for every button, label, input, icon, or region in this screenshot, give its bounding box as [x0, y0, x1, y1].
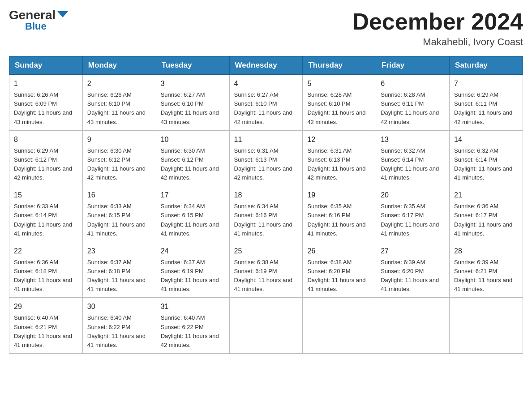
- day-number: 31: [161, 301, 225, 312]
- day-number: 20: [381, 190, 445, 201]
- calendar-day-cell: 18Sunrise: 6:34 AMSunset: 6:16 PMDayligh…: [229, 186, 303, 242]
- day-info: Sunrise: 6:38 AMSunset: 6:20 PMDaylight:…: [307, 259, 365, 292]
- day-info: Sunrise: 6:33 AMSunset: 6:15 PMDaylight:…: [87, 203, 146, 236]
- day-number: 7: [454, 78, 518, 89]
- day-info: Sunrise: 6:31 AMSunset: 6:13 PMDaylight:…: [307, 147, 365, 181]
- logo-general-text: General: [9, 9, 56, 21]
- calendar-day-cell: [376, 298, 450, 354]
- day-info: Sunrise: 6:35 AMSunset: 6:16 PMDaylight:…: [307, 203, 365, 236]
- calendar-day-cell: 15Sunrise: 6:33 AMSunset: 6:14 PMDayligh…: [9, 186, 83, 242]
- column-header-sunday: Sunday: [9, 56, 83, 75]
- column-header-friday: Friday: [376, 56, 450, 75]
- calendar-day-cell: 2Sunrise: 6:26 AMSunset: 6:10 PMDaylight…: [82, 75, 156, 131]
- calendar-day-cell: 25Sunrise: 6:38 AMSunset: 6:19 PMDayligh…: [229, 242, 303, 298]
- day-number: 1: [14, 78, 78, 89]
- day-number: 23: [87, 246, 151, 257]
- calendar-day-cell: [303, 298, 376, 354]
- logo-blue-text: Blue: [25, 21, 47, 32]
- day-info: Sunrise: 6:29 AMSunset: 6:12 PMDaylight:…: [14, 147, 72, 181]
- day-info: Sunrise: 6:40 AMSunset: 6:22 PMDaylight:…: [161, 314, 219, 348]
- day-number: 16: [87, 190, 151, 201]
- calendar-day-cell: 14Sunrise: 6:32 AMSunset: 6:14 PMDayligh…: [450, 130, 523, 186]
- calendar-day-cell: 27Sunrise: 6:39 AMSunset: 6:20 PMDayligh…: [376, 242, 450, 298]
- day-number: 30: [87, 301, 151, 312]
- column-header-saturday: Saturday: [450, 56, 523, 75]
- day-number: 3: [161, 78, 225, 89]
- day-info: Sunrise: 6:27 AMSunset: 6:10 PMDaylight:…: [234, 91, 292, 125]
- day-number: 15: [14, 190, 78, 201]
- calendar-day-cell: [229, 298, 303, 354]
- calendar-day-cell: 24Sunrise: 6:37 AMSunset: 6:19 PMDayligh…: [156, 242, 229, 298]
- column-header-monday: Monday: [82, 56, 156, 75]
- calendar-day-cell: 12Sunrise: 6:31 AMSunset: 6:13 PMDayligh…: [303, 130, 376, 186]
- calendar-day-cell: 7Sunrise: 6:29 AMSunset: 6:11 PMDaylight…: [450, 75, 523, 131]
- day-info: Sunrise: 6:32 AMSunset: 6:14 PMDaylight:…: [454, 147, 512, 181]
- calendar-day-cell: 3Sunrise: 6:27 AMSunset: 6:10 PMDaylight…: [156, 75, 229, 131]
- calendar-day-cell: 10Sunrise: 6:30 AMSunset: 6:12 PMDayligh…: [156, 130, 229, 186]
- calendar-day-cell: 19Sunrise: 6:35 AMSunset: 6:16 PMDayligh…: [303, 186, 376, 242]
- month-title: December 2024: [352, 9, 523, 34]
- day-info: Sunrise: 6:36 AMSunset: 6:17 PMDaylight:…: [454, 203, 512, 236]
- day-info: Sunrise: 6:29 AMSunset: 6:11 PMDaylight:…: [454, 91, 512, 125]
- day-number: 8: [14, 134, 78, 145]
- calendar-day-cell: 4Sunrise: 6:27 AMSunset: 6:10 PMDaylight…: [229, 75, 303, 131]
- calendar-day-cell: 17Sunrise: 6:34 AMSunset: 6:15 PMDayligh…: [156, 186, 229, 242]
- day-number: 25: [234, 246, 298, 257]
- day-info: Sunrise: 6:38 AMSunset: 6:19 PMDaylight:…: [234, 259, 292, 292]
- day-info: Sunrise: 6:31 AMSunset: 6:13 PMDaylight:…: [234, 147, 292, 181]
- day-info: Sunrise: 6:30 AMSunset: 6:12 PMDaylight:…: [161, 147, 219, 181]
- day-info: Sunrise: 6:26 AMSunset: 6:10 PMDaylight:…: [87, 91, 146, 125]
- day-number: 26: [307, 246, 371, 257]
- logo-triangle-icon: [57, 11, 68, 17]
- title-area: December 2024 Makahebli, Ivory Coast: [352, 9, 523, 48]
- day-number: 19: [307, 190, 371, 201]
- day-info: Sunrise: 6:27 AMSunset: 6:10 PMDaylight:…: [161, 91, 219, 125]
- day-number: 29: [14, 301, 78, 312]
- day-info: Sunrise: 6:34 AMSunset: 6:15 PMDaylight:…: [161, 203, 219, 236]
- day-number: 11: [234, 134, 298, 145]
- calendar-day-cell: 31Sunrise: 6:40 AMSunset: 6:22 PMDayligh…: [156, 298, 229, 354]
- day-info: Sunrise: 6:40 AMSunset: 6:21 PMDaylight:…: [14, 314, 72, 348]
- calendar-day-cell: 22Sunrise: 6:36 AMSunset: 6:18 PMDayligh…: [9, 242, 83, 298]
- calendar-week-row: 1Sunrise: 6:26 AMSunset: 6:09 PMDaylight…: [9, 75, 523, 131]
- column-header-tuesday: Tuesday: [156, 56, 229, 75]
- day-number: 21: [454, 190, 518, 201]
- day-number: 12: [307, 134, 371, 145]
- location-subtitle: Makahebli, Ivory Coast: [352, 36, 523, 48]
- calendar-header-row: SundayMondayTuesdayWednesdayThursdayFrid…: [9, 56, 523, 75]
- calendar-day-cell: 13Sunrise: 6:32 AMSunset: 6:14 PMDayligh…: [376, 130, 450, 186]
- day-number: 14: [454, 134, 518, 145]
- day-info: Sunrise: 6:35 AMSunset: 6:17 PMDaylight:…: [381, 203, 439, 236]
- page-header: General Blue December 2024 Makahebli, Iv…: [9, 9, 523, 48]
- calendar-day-cell: 1Sunrise: 6:26 AMSunset: 6:09 PMDaylight…: [9, 75, 83, 131]
- day-number: 13: [381, 134, 445, 145]
- day-number: 6: [381, 78, 445, 89]
- day-info: Sunrise: 6:33 AMSunset: 6:14 PMDaylight:…: [14, 203, 72, 236]
- day-number: 5: [307, 78, 371, 89]
- day-number: 28: [454, 246, 518, 257]
- calendar-week-row: 8Sunrise: 6:29 AMSunset: 6:12 PMDaylight…: [9, 130, 523, 186]
- calendar-day-cell: 29Sunrise: 6:40 AMSunset: 6:21 PMDayligh…: [9, 298, 83, 354]
- day-info: Sunrise: 6:40 AMSunset: 6:22 PMDaylight:…: [87, 314, 146, 348]
- day-number: 9: [87, 134, 151, 145]
- day-number: 24: [161, 246, 225, 257]
- day-number: 10: [161, 134, 225, 145]
- day-info: Sunrise: 6:30 AMSunset: 6:12 PMDaylight:…: [87, 147, 146, 181]
- day-number: 27: [381, 246, 445, 257]
- calendar-day-cell: 20Sunrise: 6:35 AMSunset: 6:17 PMDayligh…: [376, 186, 450, 242]
- calendar-day-cell: 9Sunrise: 6:30 AMSunset: 6:12 PMDaylight…: [82, 130, 156, 186]
- column-header-thursday: Thursday: [303, 56, 376, 75]
- calendar-week-row: 15Sunrise: 6:33 AMSunset: 6:14 PMDayligh…: [9, 186, 523, 242]
- day-info: Sunrise: 6:26 AMSunset: 6:09 PMDaylight:…: [14, 91, 72, 125]
- calendar-day-cell: 5Sunrise: 6:28 AMSunset: 6:10 PMDaylight…: [303, 75, 376, 131]
- day-info: Sunrise: 6:39 AMSunset: 6:21 PMDaylight:…: [454, 259, 512, 292]
- calendar-day-cell: 11Sunrise: 6:31 AMSunset: 6:13 PMDayligh…: [229, 130, 303, 186]
- day-number: 22: [14, 246, 78, 257]
- calendar-day-cell: 16Sunrise: 6:33 AMSunset: 6:15 PMDayligh…: [82, 186, 156, 242]
- day-number: 17: [161, 190, 225, 201]
- day-info: Sunrise: 6:37 AMSunset: 6:18 PMDaylight:…: [87, 259, 146, 292]
- calendar-day-cell: 26Sunrise: 6:38 AMSunset: 6:20 PMDayligh…: [303, 242, 376, 298]
- day-info: Sunrise: 6:32 AMSunset: 6:14 PMDaylight:…: [381, 147, 439, 181]
- calendar-day-cell: 8Sunrise: 6:29 AMSunset: 6:12 PMDaylight…: [9, 130, 83, 186]
- day-info: Sunrise: 6:28 AMSunset: 6:11 PMDaylight:…: [381, 91, 439, 125]
